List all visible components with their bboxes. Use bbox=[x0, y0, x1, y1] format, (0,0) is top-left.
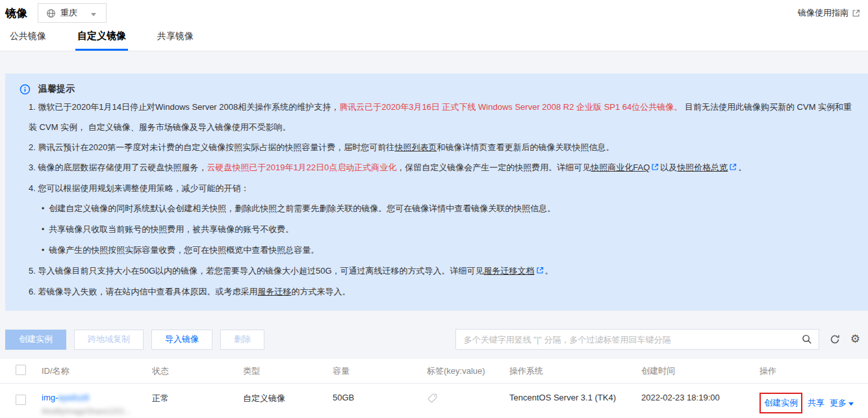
topbar: 镜像 重庆 镜像使用指南 bbox=[0, 0, 868, 26]
table-row: img-eywfuz8 ModifyImageShare2202... 正常 自… bbox=[0, 384, 868, 418]
col-header-os: 操作系统 bbox=[509, 365, 641, 377]
notice-item-5: 5. 导入镜像目前只支持大小在50G以内的镜像，若您需要导入的镜像大小超过50G… bbox=[19, 261, 855, 281]
select-all-checkbox[interactable] bbox=[16, 365, 26, 375]
region-label: 重庆 bbox=[60, 7, 77, 19]
row-created-at: 2022-02-23 18:19:00 bbox=[641, 393, 760, 402]
row-share-link[interactable]: 共享 bbox=[808, 397, 824, 409]
tab-custom-images[interactable]: 自定义镜像 bbox=[75, 25, 128, 51]
tab-shared-images[interactable]: 共享镜像 bbox=[155, 25, 196, 51]
page-title: 镜像 bbox=[5, 6, 27, 21]
external-link-icon bbox=[852, 9, 860, 18]
search-icon[interactable] bbox=[802, 334, 812, 345]
service-migration-doc-link[interactable]: 服务迁移文档 bbox=[484, 266, 535, 276]
image-id-masked: eywfuz8 bbox=[58, 393, 89, 402]
snapshot-faq-link[interactable]: 快照商业化FAQ bbox=[591, 163, 650, 172]
notice-item-4-bullet-1: •创建自定义镜像的同时系统默认会创建相关快照，删除此快照之前需要先删除关联的镜像… bbox=[19, 198, 855, 219]
col-header-status: 状态 bbox=[152, 365, 243, 377]
content-area: 温馨提示 1. 微软已于2020年1月14日停止对Windows Server … bbox=[0, 51, 868, 418]
tab-public-images[interactable]: 公共镜像 bbox=[8, 25, 48, 51]
col-header-type: 类型 bbox=[243, 365, 333, 377]
settings-gear-icon[interactable]: ⚙ bbox=[850, 334, 860, 345]
col-header-id-name: ID/名称 bbox=[42, 365, 152, 377]
notice-item-1: 1. 微软已于2020年1月14日停止对Windows Server 2008相… bbox=[19, 97, 855, 137]
notice-item-2: 2. 腾讯云预计在2020第一季度对未计费的自定义镜像按照实际占据的快照容量计费… bbox=[19, 137, 855, 157]
globe-icon bbox=[46, 8, 56, 18]
tab-bar: 公共镜像 自定义镜像 共享镜像 bbox=[0, 26, 868, 51]
notice-title: 温馨提示 bbox=[38, 83, 75, 95]
import-image-button[interactable]: 导入镜像 bbox=[151, 330, 212, 350]
table-header-row: ID/名称 状态 类型 容量 标签(key:value) 操作系统 创建时间 操… bbox=[0, 359, 868, 384]
region-selector[interactable]: 重庆 bbox=[38, 3, 107, 23]
chevron-down-icon bbox=[91, 8, 96, 18]
notice-item-4-bullet-3: •镜像产生的快照按照实际容量收费，您可在快照概览中查看快照总容量。 bbox=[19, 240, 855, 261]
usage-guide-label: 镜像使用指南 bbox=[798, 7, 849, 19]
notice-item-1-warning: 腾讯云已于2020年3月16日 正式下线 Windows Server 2008… bbox=[339, 102, 682, 112]
row-capacity: 50GB bbox=[333, 393, 427, 402]
row-checkbox[interactable] bbox=[16, 395, 26, 405]
external-link-icon bbox=[729, 158, 737, 178]
notice-item-4-bullet-2: •共享镜像只收取当前账号的快照费用，被共享镜像的账号不收费。 bbox=[19, 219, 855, 240]
tag-icon bbox=[427, 393, 509, 406]
delete-button[interactable]: 删除 bbox=[220, 330, 264, 350]
cross-region-copy-button[interactable]: 跨地域复制 bbox=[74, 330, 144, 350]
service-migration-link[interactable]: 服务迁移 bbox=[257, 287, 291, 296]
col-header-actions: 操作 bbox=[760, 365, 858, 377]
notice-item-3: 3. 镜像的底层数据存储使用了云硬盘快照服务，云硬盘快照已于2019年1月22日… bbox=[19, 157, 855, 178]
search-input[interactable] bbox=[464, 335, 797, 345]
refresh-icon[interactable] bbox=[830, 334, 840, 345]
external-link-icon bbox=[651, 158, 659, 178]
col-header-tags: 标签(key:value) bbox=[427, 365, 509, 377]
snapshot-pricing-link[interactable]: 快照价格总览 bbox=[677, 163, 728, 172]
usage-guide-link[interactable]: 镜像使用指南 bbox=[798, 7, 860, 19]
col-header-created: 创建时间 bbox=[641, 365, 760, 377]
search-box bbox=[455, 329, 819, 350]
row-more-dropdown[interactable]: 更多 bbox=[830, 397, 854, 409]
notice-item-3-warning: 云硬盘快照已于2019年1月22日0点启动正式商业化 bbox=[207, 163, 396, 172]
notice-item-6: 6. 若镜像导入失败，请在站内信中查看具体原因。或考虑采用服务迁移的方式来导入。 bbox=[19, 281, 855, 302]
image-name-masked: ModifyImageShare2202... bbox=[42, 407, 152, 416]
row-os: TencentOS Server 3.1 (TK4) bbox=[509, 393, 641, 402]
create-instance-button[interactable]: 创建实例 bbox=[5, 330, 66, 350]
snapshot-list-link[interactable]: 快照列表页 bbox=[394, 142, 437, 152]
row-actions: 创建实例 共享 更多 bbox=[760, 393, 858, 413]
col-header-capacity: 容量 bbox=[333, 365, 427, 377]
toolbar: 创建实例 跨地域复制 导入镜像 删除 ⚙ bbox=[5, 329, 860, 350]
notice-item-4: 4. 您可以根据使用规划来调整使用策略，减少可能的开销： bbox=[19, 178, 855, 198]
chevron-down-icon bbox=[849, 402, 854, 406]
row-create-instance-link[interactable]: 创建实例 bbox=[764, 398, 798, 408]
create-instance-highlight-box: 创建实例 bbox=[760, 393, 802, 413]
row-type: 自定义镜像 bbox=[243, 393, 333, 404]
external-link-icon bbox=[536, 261, 544, 281]
image-table: ID/名称 状态 类型 容量 标签(key:value) 操作系统 创建时间 操… bbox=[0, 359, 868, 418]
row-status: 正常 bbox=[152, 393, 243, 404]
image-id-link[interactable]: img-eywfuz8 bbox=[42, 393, 89, 402]
notice-panel: 温馨提示 1. 微软已于2020年1月14日停止对Windows Server … bbox=[5, 73, 868, 311]
info-icon bbox=[19, 84, 31, 95]
